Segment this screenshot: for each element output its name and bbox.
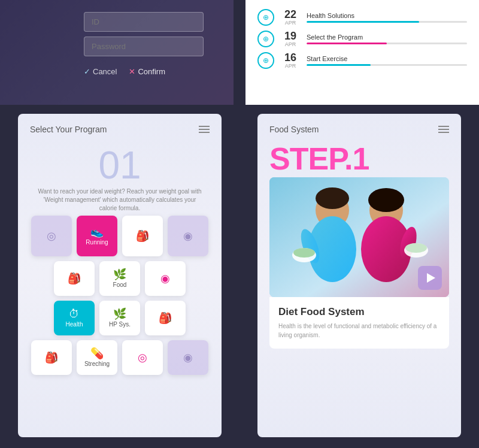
program-grid: ◎ 👟 Running 🎒 ◉ 🎒 🌿 Food ◉ bbox=[12, 216, 228, 380]
schedule-title-2: Select the Program bbox=[307, 34, 467, 41]
schedule-title-1: Health Solutions bbox=[307, 12, 467, 19]
cancel-label: Cancel bbox=[93, 67, 117, 76]
grid-cell-running[interactable]: 👟 Running bbox=[77, 216, 117, 256]
schedule-item-2: ⊕ 19 APR Select the Program bbox=[257, 31, 467, 47]
grid-row-2: 🎒 🌿 Food ◉ bbox=[12, 261, 228, 296]
target-icon-1: ◉ bbox=[183, 231, 193, 241]
running-label: Running bbox=[86, 240, 108, 246]
schedule-title-3: Start Exercise bbox=[307, 55, 467, 62]
grid-cell-food[interactable]: 🌿 Food bbox=[99, 261, 140, 296]
food-card: Diet Food System Health is the level of … bbox=[269, 297, 449, 349]
schedule-date-3: 16 APR bbox=[281, 52, 299, 69]
food-panel: Food System STEP.1 bbox=[257, 114, 461, 437]
schedule-info-1: Health Solutions bbox=[307, 12, 467, 23]
svg-point-2 bbox=[316, 187, 349, 209]
schedule-list: ⊕ 22 APR Health Solutions ⊕ 19 APR Selec… bbox=[257, 9, 467, 69]
cancel-button[interactable]: ✓ Cancel bbox=[84, 67, 117, 76]
food-card-title: Diet Food System bbox=[278, 306, 440, 318]
schedule-info-3: Start Exercise bbox=[307, 55, 467, 66]
grid-cell-health[interactable]: ⏱ Health bbox=[54, 301, 95, 335]
schedule-icon-3: ⊕ bbox=[257, 52, 274, 69]
password-input[interactable] bbox=[84, 37, 204, 56]
grid-cell-target1[interactable]: ◉ bbox=[168, 216, 208, 256]
schedule-info-2: Select the Program bbox=[307, 34, 467, 44]
grid-row-1: ◎ 👟 Running 🎒 ◉ bbox=[12, 216, 228, 256]
program-number: 01 bbox=[18, 140, 222, 187]
grid-cell-bag2[interactable]: 🎒 bbox=[54, 261, 95, 296]
bag-icon-1: 🎒 bbox=[136, 231, 149, 241]
location-icon: ◎ bbox=[47, 231, 56, 241]
schedule-bar-2 bbox=[307, 43, 467, 44]
food-label: Food bbox=[113, 282, 127, 288]
login-content: ✓ Cancel ✕ Confirm bbox=[84, 12, 222, 76]
schedule-month-1: APR bbox=[281, 20, 299, 26]
grid-cell-bag4[interactable]: 🎒 bbox=[31, 340, 72, 375]
step-label: STEP.1 bbox=[257, 140, 461, 177]
food-header: Food System bbox=[257, 114, 461, 140]
schedule-item-3: ⊕ 16 APR Start Exercise bbox=[257, 52, 467, 69]
schedule-icon-1: ⊕ bbox=[257, 9, 274, 26]
schedule-bar-1 bbox=[307, 21, 467, 23]
schedule-month-3: APR bbox=[281, 63, 299, 69]
stretching-label: Streching bbox=[84, 361, 110, 367]
play-button[interactable] bbox=[418, 266, 442, 290]
schedule-icon-2: ⊕ bbox=[257, 31, 274, 47]
grid-cell-stretching[interactable]: 💊 Streching bbox=[77, 340, 117, 375]
schedule-panel: ⊕ 22 APR Health Solutions ⊕ 19 APR Selec… bbox=[245, 0, 479, 105]
grid-cell-location[interactable]: ◎ bbox=[31, 216, 72, 256]
food-title: Food System bbox=[269, 125, 319, 134]
program-description: Want to reach your ideal weight? Reach y… bbox=[18, 187, 222, 213]
food-image-container bbox=[269, 177, 449, 297]
program-title: Select Your Program bbox=[30, 125, 107, 134]
program-header: Select Your Program bbox=[18, 114, 222, 140]
grid-cell-bag1[interactable]: 🎒 bbox=[122, 216, 163, 256]
program-panel: Select Your Program 01 Want to reach you… bbox=[18, 114, 222, 437]
top-divider bbox=[0, 105, 479, 114]
bag-icon-4: 🎒 bbox=[45, 352, 58, 363]
health-label: Health bbox=[66, 322, 83, 328]
svg-point-6 bbox=[293, 248, 315, 258]
check-icon: ✓ bbox=[84, 67, 90, 76]
schedule-day-2: 19 bbox=[281, 31, 299, 41]
schedule-bar-3 bbox=[307, 64, 467, 66]
bag-icon-2: 🎒 bbox=[68, 273, 81, 284]
food-card-description: Health is the level of functional and me… bbox=[278, 322, 440, 340]
grid-cell-circle2[interactable]: ◉ bbox=[168, 340, 208, 375]
bar-fill-2 bbox=[307, 43, 387, 44]
circle-icon-1: ◎ bbox=[138, 352, 147, 363]
grid-cell-hp[interactable]: 🌿 HP Sys. bbox=[99, 301, 140, 335]
schedule-day-1: 22 bbox=[281, 9, 299, 20]
svg-point-8 bbox=[368, 188, 404, 212]
grid-row-4: 🎒 💊 Streching ◎ ◉ bbox=[12, 340, 228, 375]
bar-fill-1 bbox=[307, 21, 419, 23]
schedule-day-3: 16 bbox=[281, 52, 299, 63]
circle-icon-2: ◉ bbox=[183, 352, 193, 363]
play-icon bbox=[427, 273, 435, 283]
grid-cell-bag3[interactable]: 🎒 bbox=[145, 301, 186, 335]
bar-fill-3 bbox=[307, 64, 371, 66]
grid-cell-circle1[interactable]: ◎ bbox=[122, 340, 163, 375]
svg-point-12 bbox=[405, 243, 427, 253]
grid-row-3: ⏱ Health 🌿 HP Sys. 🎒 bbox=[12, 301, 228, 335]
schedule-item: ⊕ 22 APR Health Solutions bbox=[257, 9, 467, 26]
login-panel: ✓ Cancel ✕ Confirm bbox=[0, 0, 234, 105]
schedule-date-1: 22 APR bbox=[281, 9, 299, 26]
schedule-date-2: 19 APR bbox=[281, 31, 299, 47]
bag-icon-3: 🎒 bbox=[159, 313, 172, 323]
id-input[interactable] bbox=[84, 12, 204, 32]
schedule-month-2: APR bbox=[281, 41, 299, 47]
hamburger-icon[interactable] bbox=[199, 126, 210, 133]
grid-cell-target2[interactable]: ◉ bbox=[145, 261, 186, 296]
food-hamburger-icon[interactable] bbox=[438, 126, 449, 133]
login-buttons: ✓ Cancel ✕ Confirm bbox=[84, 67, 222, 76]
confirm-button[interactable]: ✕ Confirm bbox=[129, 67, 165, 76]
confirm-label: Confirm bbox=[138, 67, 165, 76]
x-icon: ✕ bbox=[129, 67, 135, 76]
target-icon-2: ◉ bbox=[160, 273, 170, 284]
hp-label: HP Sys. bbox=[109, 322, 131, 328]
